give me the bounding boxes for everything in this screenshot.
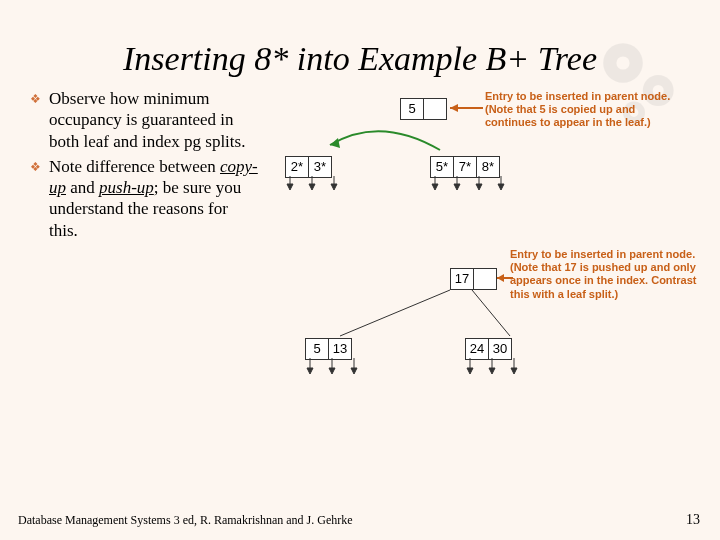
cell: 5: [306, 339, 329, 359]
bullet-diamond-icon: ❖: [30, 92, 41, 152]
svg-marker-34: [467, 368, 473, 374]
node-bot-parent: 17: [450, 268, 497, 290]
leaf-pointer-arrows-top: [280, 176, 530, 196]
tree-edges-bottom: [300, 288, 560, 343]
bullet-text: Note difference between copy-up and push…: [49, 156, 260, 241]
svg-marker-16: [432, 184, 438, 190]
cell: 30: [489, 339, 511, 359]
node-top-leaf-right: 5* 7* 8*: [430, 156, 500, 178]
cell: 5: [401, 99, 424, 119]
cell: 3*: [309, 157, 331, 177]
cell: 24: [466, 339, 489, 359]
bullet-item: ❖ Note difference between copy-up and pu…: [30, 156, 260, 241]
svg-marker-14: [331, 184, 337, 190]
node-top-parent: 5: [400, 98, 447, 120]
cell: 8*: [477, 157, 499, 177]
cell: 17: [451, 269, 474, 289]
bullet-text: Observe how minimum occupancy is guarant…: [49, 88, 260, 152]
svg-marker-38: [511, 368, 517, 374]
cell: 7*: [454, 157, 477, 177]
cell: 13: [329, 339, 351, 359]
cell-empty: [424, 99, 446, 119]
diagram-area: 5 Entry to be inserted in parent node. (…: [260, 88, 700, 448]
svg-marker-28: [307, 368, 313, 374]
bullet-list: ❖ Observe how minimum occupancy is guara…: [30, 88, 260, 448]
svg-line-26: [472, 290, 510, 336]
svg-marker-36: [489, 368, 495, 374]
svg-marker-12: [309, 184, 315, 190]
svg-point-1: [616, 56, 629, 69]
svg-marker-24: [497, 274, 504, 282]
arrow-copy-up: [320, 120, 450, 160]
node-top-leaf-left: 2* 3*: [285, 156, 332, 178]
arrow-annot-top: [448, 100, 488, 120]
svg-marker-8: [450, 104, 458, 112]
page-number: 13: [686, 512, 700, 528]
svg-marker-20: [476, 184, 482, 190]
svg-marker-22: [498, 184, 504, 190]
cell: 5*: [431, 157, 454, 177]
svg-marker-32: [351, 368, 357, 374]
arrow-annot-bottom: [495, 270, 517, 288]
svg-marker-10: [287, 184, 293, 190]
index-pointer-arrows: [300, 358, 530, 380]
node-bot-index-left: 5 13: [305, 338, 352, 360]
cell-empty: [474, 269, 496, 289]
cell: 2*: [286, 157, 309, 177]
node-bot-index-right: 24 30: [465, 338, 512, 360]
bullet-diamond-icon: ❖: [30, 160, 41, 241]
bullet-item: ❖ Observe how minimum occupancy is guara…: [30, 88, 260, 152]
svg-line-25: [340, 290, 450, 336]
svg-marker-30: [329, 368, 335, 374]
footer-text: Database Management Systems 3 ed, R. Ram…: [18, 513, 353, 528]
svg-marker-18: [454, 184, 460, 190]
annotation-top: Entry to be inserted in parent node. (No…: [485, 90, 685, 130]
